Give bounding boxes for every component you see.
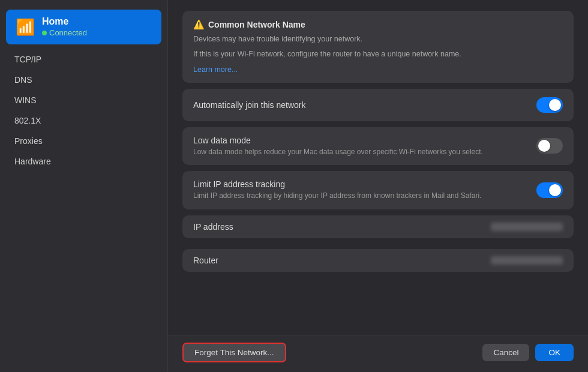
limit-ip-toggle[interactable] bbox=[536, 182, 563, 198]
low-data-label: Low data mode bbox=[193, 136, 483, 145]
auto-join-toggle[interactable] bbox=[536, 97, 563, 113]
warning-body2: If this is your Wi-Fi network, configure… bbox=[193, 49, 563, 60]
forget-network-button[interactable]: Forget This Network... bbox=[182, 343, 286, 362]
router-value bbox=[491, 256, 563, 265]
auto-join-thumb bbox=[549, 99, 561, 111]
main-content: ⚠️ Common Network Name Devices may have … bbox=[168, 0, 588, 335]
router-row: Router bbox=[182, 249, 574, 272]
limit-ip-label: Limit IP address tracking bbox=[193, 179, 481, 189]
low-data-toggle[interactable] bbox=[536, 138, 563, 154]
sidebar-item-hardware[interactable]: Hardware bbox=[0, 151, 167, 172]
cancel-button[interactable]: Cancel bbox=[482, 344, 529, 361]
ip-address-value bbox=[491, 223, 563, 231]
home-connection-status: Connected bbox=[42, 28, 87, 38]
sidebar-item-tcpip[interactable]: TCP/IP bbox=[0, 49, 167, 70]
warning-body1: Devices may have trouble identifying you… bbox=[193, 34, 563, 45]
ip-address-row: IP address bbox=[182, 215, 574, 238]
limit-ip-row: Limit IP address tracking Limit IP addre… bbox=[193, 179, 563, 201]
bottom-bar: Forget This Network... Cancel OK bbox=[168, 335, 588, 372]
low-data-sublabel: Low data mode helps reduce your Mac data… bbox=[193, 147, 483, 157]
home-text-block: Home Connected bbox=[42, 16, 87, 38]
sidebar-item-dns[interactable]: DNS bbox=[0, 70, 167, 90]
warning-icon: ⚠️ bbox=[193, 19, 205, 30]
low-data-card: Low data mode Low data mode helps reduce… bbox=[182, 127, 574, 166]
warning-title: ⚠️ Common Network Name bbox=[193, 19, 563, 30]
learn-more-link[interactable]: Learn more... bbox=[193, 65, 238, 74]
auto-join-label: Automatically join this network bbox=[193, 100, 306, 110]
sidebar-item-home[interactable]: 📶 Home Connected bbox=[6, 10, 161, 44]
right-buttons: Cancel OK bbox=[482, 344, 574, 361]
low-data-row: Low data mode Low data mode helps reduce… bbox=[193, 136, 563, 157]
sidebar-item-8021x[interactable]: 802.1X bbox=[0, 110, 167, 131]
warning-card: ⚠️ Common Network Name Devices may have … bbox=[182, 11, 574, 83]
ok-button[interactable]: OK bbox=[535, 344, 574, 361]
limit-ip-sublabel: Limit IP address tracking by hiding your… bbox=[193, 191, 481, 201]
auto-join-card: Automatically join this network bbox=[182, 89, 574, 121]
connected-dot-icon bbox=[42, 31, 47, 35]
home-network-name: Home bbox=[42, 16, 87, 28]
sidebar-item-wins[interactable]: WINS bbox=[0, 90, 167, 110]
sidebar-item-proxies[interactable]: Proxies bbox=[0, 131, 167, 151]
wifi-icon: 📶 bbox=[16, 19, 35, 35]
ip-address-label: IP address bbox=[193, 222, 233, 232]
router-label: Router bbox=[193, 256, 218, 265]
sidebar: 📶 Home Connected TCP/IP DNS WINS 802.1X … bbox=[0, 0, 168, 372]
limit-ip-card: Limit IP address tracking Limit IP addre… bbox=[182, 171, 574, 209]
